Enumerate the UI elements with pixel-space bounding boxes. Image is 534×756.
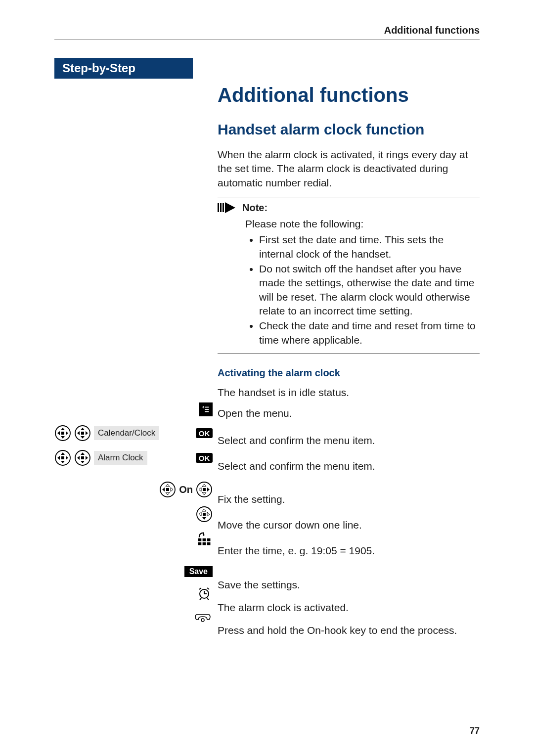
note-box: Note: Please note the following: First s… [218,197,480,354]
note-bullet: First set the date and time. This sets t… [259,233,480,261]
running-header: Additional functions [384,25,480,36]
intro-paragraph: When the alarm clock is activated, it ri… [218,148,480,190]
note-bullet: Do not switch off the handset after you … [259,262,480,318]
idle-status-text: The handset is in idle status. [218,386,480,400]
note-bullet: Check the date and time and reset from t… [259,319,480,347]
keypad-icon [196,531,213,547]
document-page: Additional functions Step-by-Step Calend… [0,0,534,756]
step-text: Fix the setting. [218,492,480,506]
step-icon-menu [54,400,213,419]
on-label: On [179,484,193,495]
page-number: 77 [470,726,480,736]
nav-key-icon [54,449,71,466]
step-row-save: Save [54,562,213,581]
step-row-cursor-down [54,504,213,524]
note-arrow-icon [218,201,237,214]
step-row-onhook [54,606,213,626]
step-text: Select and confirm the menu item. [218,434,480,447]
step-text: Select and confirm the menu item. [218,459,480,473]
alarm-clock-icon [196,585,213,602]
menu-icon [199,402,213,416]
menu-item-alarm-clock: Alarm Clock [94,451,147,465]
step-row-on: On [54,480,213,499]
step-text: Move the cursor down one line. [218,518,480,532]
nav-left-icon [159,481,176,498]
step-text: Enter the time, e. g. 19:05 = 1905. [218,544,480,558]
ok-button-icon: OK [196,453,213,463]
nav-key-icon [74,449,91,466]
nav-down-icon [196,506,213,523]
on-hook-key-icon [193,610,213,623]
sidebar-column: Calendar/Clock OK Alarm Clock OK On [54,79,213,721]
activating-heading: Activating the alarm clock [218,367,480,379]
nav-key-icon [54,425,71,442]
step-row-alarm-clock: Alarm Clock OK [54,448,213,468]
page-title: Additional functions [218,84,480,106]
note-body: Please note the following: First set the… [245,217,480,347]
step-text: Save the settings. [218,578,480,592]
step-row-alarm-activated [54,583,213,603]
step-text: Open the menu. [218,406,480,420]
ok-button-icon: OK [196,428,213,438]
nav-key-icon [74,425,91,442]
step-text: The alarm clock is activated. [218,601,480,615]
nav-right-icon [196,481,213,498]
save-button-icon: Save [184,566,213,577]
section-subtitle: Handset alarm clock function [218,121,480,138]
main-column: Additional functions Handset alarm clock… [218,79,480,642]
note-label: Note: [242,202,267,214]
header-divider [54,40,480,40]
step-row-keypad [54,529,213,549]
note-lead: Please note the following: [245,217,480,231]
step-row-calendar-clock: Calendar/Clock OK [54,423,213,443]
menu-item-calendar-clock: Calendar/Clock [94,426,159,440]
step-text: Press and hold the On-hook key to end th… [218,623,480,637]
sidebar-step-label: Step-by-Step [54,58,193,79]
